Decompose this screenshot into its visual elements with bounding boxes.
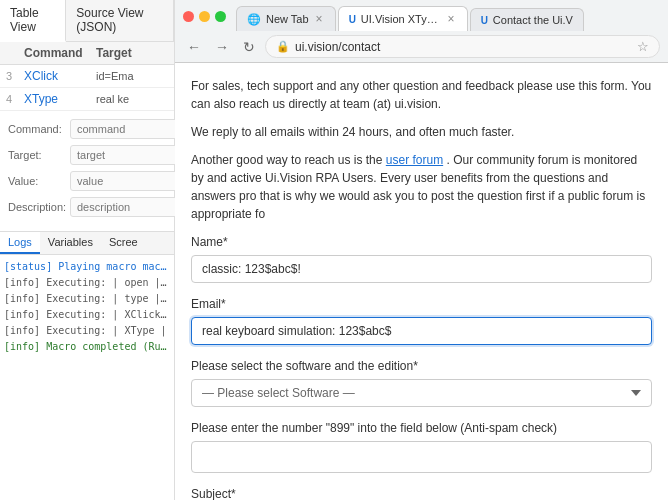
email-field-group: Email* bbox=[191, 295, 652, 345]
address-text: ui.vision/contact bbox=[295, 40, 632, 54]
tab-favicon-uivision: U bbox=[349, 14, 356, 25]
tab-favicon-new: 🌐 bbox=[247, 13, 261, 26]
close-button[interactable] bbox=[183, 11, 194, 22]
tab-title-new: New Tab bbox=[266, 13, 309, 25]
browser-tab-new[interactable]: 🌐 New Tab × bbox=[236, 6, 336, 31]
row-command: XType bbox=[24, 92, 96, 106]
name-label: Name* bbox=[191, 233, 652, 251]
tab-screenshot[interactable]: Scree bbox=[101, 232, 146, 254]
row-target: real ke bbox=[96, 93, 168, 105]
browser-content: For sales, tech support and any other qu… bbox=[175, 63, 668, 500]
description-row: Description: bbox=[8, 197, 166, 217]
community-intro: Another good way to reach us is the bbox=[191, 153, 382, 167]
command-label: Command: bbox=[8, 123, 70, 135]
value-row: Value: bbox=[8, 171, 166, 191]
back-button[interactable]: ← bbox=[183, 37, 205, 57]
browser-tab-contact[interactable]: U Contact the Ui.V bbox=[470, 8, 584, 31]
logs-content: [status] Playing macro macccc [info] Exe… bbox=[0, 255, 174, 500]
left-panel: Table View Source View (JSON) Command Ta… bbox=[0, 0, 175, 500]
software-select[interactable]: — Please select Software — bbox=[191, 379, 652, 407]
target-row: Target: bbox=[8, 145, 166, 165]
software-field-group: Please select the software and the editi… bbox=[191, 357, 652, 407]
command-form: Command: Target: Value: Description: bbox=[0, 111, 174, 232]
browser-toolbar: ← → ↻ 🔒 ui.vision/contact ☆ bbox=[175, 31, 668, 62]
browser-chrome: 🌐 New Tab × U UI.Vision XType not worki … bbox=[175, 0, 668, 63]
tab-favicon-contact: U bbox=[481, 15, 488, 26]
tab-title-uivision: UI.Vision XType not worki bbox=[361, 13, 441, 25]
antispam-field-group: Please enter the number "899" into the f… bbox=[191, 419, 652, 473]
tab-source-view[interactable]: Source View (JSON) bbox=[66, 0, 174, 41]
email-label: Email* bbox=[191, 295, 652, 313]
table-row[interactable]: 3 XClick id=Ema bbox=[0, 65, 174, 88]
antispam-input[interactable] bbox=[191, 441, 652, 473]
name-input[interactable] bbox=[191, 255, 652, 283]
col-header-command: Command bbox=[24, 46, 96, 60]
user-forum-link[interactable]: user forum bbox=[386, 153, 443, 167]
antispam-label: Please enter the number "899" into the f… bbox=[191, 419, 652, 437]
email-input[interactable] bbox=[191, 317, 652, 345]
col-header-num bbox=[6, 46, 24, 60]
command-table: Command Target 3 XClick id=Ema 4 XType r… bbox=[0, 42, 174, 111]
table-row[interactable]: 4 XType real ke bbox=[0, 88, 174, 111]
maximize-button[interactable] bbox=[215, 11, 226, 22]
description-label: Description: bbox=[8, 201, 70, 213]
log-entry: [info] Executing: | XType | bbox=[4, 323, 170, 339]
note-text: We reply to all emails within 24 hours, … bbox=[191, 123, 652, 141]
tab-close-uivision[interactable]: × bbox=[446, 12, 457, 26]
forward-button[interactable]: → bbox=[211, 37, 233, 57]
bookmark-icon[interactable]: ☆ bbox=[637, 39, 649, 54]
minimize-button[interactable] bbox=[199, 11, 210, 22]
value-label: Value: bbox=[8, 175, 70, 187]
tab-variables[interactable]: Variables bbox=[40, 232, 101, 254]
subject-label: Subject* bbox=[191, 485, 652, 500]
intro-text: For sales, tech support and any other qu… bbox=[191, 77, 652, 113]
lock-icon: 🔒 bbox=[276, 40, 290, 53]
command-row: Command: bbox=[8, 119, 166, 139]
address-bar[interactable]: 🔒 ui.vision/contact ☆ bbox=[265, 35, 660, 58]
logs-section: Logs Variables Scree [status] Playing ma… bbox=[0, 232, 174, 500]
tab-close-new[interactable]: × bbox=[314, 12, 325, 26]
row-num: 3 bbox=[6, 70, 24, 82]
log-entry: [status] Playing macro macccc bbox=[4, 259, 170, 275]
log-entry: [info] Executing: | open | h bbox=[4, 275, 170, 291]
log-entry: [info] Executing: | type | id bbox=[4, 291, 170, 307]
reload-button[interactable]: ↻ bbox=[239, 37, 259, 57]
row-num: 4 bbox=[6, 93, 24, 105]
browser-tab-uivision[interactable]: U UI.Vision XType not worki × bbox=[338, 6, 468, 31]
table-header: Command Target bbox=[0, 42, 174, 65]
software-label: Please select the software and the editi… bbox=[191, 357, 652, 375]
tab-table-view[interactable]: Table View bbox=[0, 0, 66, 42]
community-text: Another good way to reach us is the user… bbox=[191, 151, 652, 223]
row-target: id=Ema bbox=[96, 70, 168, 82]
log-entry: [info] Macro completed (Runnin bbox=[4, 339, 170, 355]
browser-panel: 🌐 New Tab × U UI.Vision XType not worki … bbox=[175, 0, 668, 500]
logs-tabs: Logs Variables Scree bbox=[0, 232, 174, 255]
tab-title-contact: Contact the Ui.V bbox=[493, 14, 573, 26]
subject-field-group: Subject* bbox=[191, 485, 652, 500]
editor-tabs: Table View Source View (JSON) bbox=[0, 0, 174, 42]
name-field-group: Name* bbox=[191, 233, 652, 283]
col-header-target: Target bbox=[96, 46, 168, 60]
target-label: Target: bbox=[8, 149, 70, 161]
tab-logs[interactable]: Logs bbox=[0, 232, 40, 254]
log-entry: [info] Executing: | XClick | bbox=[4, 307, 170, 323]
row-command: XClick bbox=[24, 69, 96, 83]
